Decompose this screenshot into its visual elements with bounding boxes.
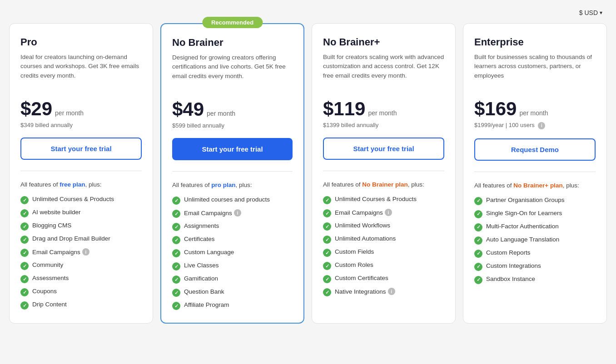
feature-text: Drag and Drop Email Builder — [32, 235, 110, 242]
feature-text: Drip Content — [32, 301, 67, 308]
plan-name-no-brainer: No Brainer — [172, 37, 293, 49]
check-icon — [323, 275, 331, 283]
check-icon — [172, 249, 180, 257]
feature-item: Blogging CMS — [20, 222, 142, 231]
feature-item: Drip Content — [20, 301, 142, 310]
feature-list-no-brainer: Unlimited courses and products Email Cam… — [172, 196, 293, 310]
cta-button-pro[interactable]: Start your free trial — [20, 138, 142, 160]
features-plan-link-no-brainer[interactable]: pro plan — [211, 182, 235, 188]
feature-text: Unlimited Courses & Products — [32, 196, 114, 202]
check-icon — [172, 223, 180, 231]
feature-item: Assignments — [172, 222, 293, 231]
check-icon — [323, 249, 331, 257]
feature-text: Custom Roles — [335, 261, 373, 268]
feature-item: Community — [20, 261, 142, 270]
check-icon — [474, 250, 482, 258]
price-period-pro: per month — [55, 109, 84, 117]
feature-item: Custom Language — [172, 249, 293, 257]
feature-info-icon[interactable]: i — [234, 209, 241, 216]
recommended-badge: Recommended — [202, 17, 263, 28]
plan-price-no-brainer-plus: $119 per month — [323, 98, 444, 120]
price-amount-no-brainer: $49 — [172, 98, 204, 120]
feature-item: Sandbox Instance — [474, 275, 596, 284]
price-period-enterprise: per month — [519, 109, 548, 117]
features-header-pro: All features of free plan, plus: — [20, 180, 142, 189]
cta-button-enterprise[interactable]: Request Demo — [474, 138, 596, 161]
feature-item: Custom Roles — [323, 261, 444, 270]
plan-card-no-brainer: RecommendedNo BrainerDesigned for growin… — [160, 23, 304, 324]
feature-item: Unlimited Workflows — [323, 222, 444, 231]
plan-desc-no-brainer-plus: Built for creators scaling work with adv… — [323, 53, 444, 89]
feature-text: Unlimited Automations — [335, 235, 396, 242]
plan-desc-enterprise: Built for businesses scaling to thousand… — [474, 53, 596, 89]
plan-price-pro: $29 per month — [20, 98, 142, 120]
feature-item: Assessments — [20, 275, 142, 283]
price-annual-no-brainer: $599 billed annually — [172, 122, 293, 129]
feature-text: Blogging CMS — [32, 222, 71, 229]
features-header-no-brainer: All features of pro plan, plus: — [172, 181, 293, 190]
annual-info-icon[interactable]: i — [538, 122, 545, 129]
features-plan-link-no-brainer-plus[interactable]: No Brainer plan — [362, 181, 408, 188]
feature-item: Affiliate Program — [172, 301, 293, 310]
divider-no-brainer-plus — [323, 171, 444, 171]
features-plan-link-enterprise[interactable]: No Brainer+ plan — [513, 182, 562, 189]
features-header-enterprise: All features of No Brainer+ plan, plus: — [474, 181, 596, 190]
feature-item: Custom Integrations — [474, 262, 596, 271]
feature-info-icon[interactable]: i — [388, 288, 395, 295]
feature-text: Live Classes — [184, 262, 219, 269]
cta-button-no-brainer[interactable]: Start your free trial — [172, 138, 293, 160]
check-icon — [323, 288, 331, 296]
price-amount-no-brainer-plus: $119 — [323, 98, 365, 120]
feature-text: Custom Certificates — [335, 275, 388, 281]
feature-text: Custom Reports — [486, 249, 531, 256]
feature-text: Sandbox Instance — [486, 275, 535, 282]
feature-item: Single Sign-On for Learners — [474, 210, 596, 218]
check-icon — [20, 209, 29, 217]
feature-item: AI website builder — [20, 209, 142, 217]
currency-selector[interactable]: $ USD ▾ — [579, 9, 602, 16]
divider-no-brainer — [172, 171, 293, 172]
feature-text: Email Campaigns i — [184, 209, 241, 216]
feature-list-no-brainer-plus: Unlimited Courses & Products Email Campa… — [323, 196, 444, 296]
feature-text: Coupons — [32, 288, 57, 295]
feature-info-icon[interactable]: i — [82, 248, 89, 256]
divider-enterprise — [474, 172, 596, 172]
feature-info-icon[interactable]: i — [385, 209, 392, 216]
check-icon — [323, 222, 331, 231]
cta-button-no-brainer-plus[interactable]: Start your free trial — [323, 138, 444, 160]
check-icon — [323, 236, 331, 244]
feature-text: AI website builder — [32, 209, 81, 216]
feature-item: Unlimited Automations — [323, 235, 444, 244]
feature-item: Certificates — [172, 236, 293, 244]
feature-text: Affiliate Program — [184, 301, 229, 308]
feature-text: Certificates — [184, 236, 215, 242]
feature-item: Custom Reports — [474, 249, 596, 258]
plan-desc-no-brainer: Designed for growing creators offering c… — [172, 53, 293, 89]
check-icon — [20, 275, 29, 283]
check-icon — [20, 249, 29, 257]
feature-item: Native Integrations i — [323, 288, 444, 296]
price-amount-pro: $29 — [20, 98, 52, 120]
plan-card-enterprise: EnterpriseBuilt for businesses scaling t… — [463, 23, 607, 324]
feature-item: Unlimited courses and products — [172, 196, 293, 205]
price-annual-no-brainer-plus: $1399 billed annually — [323, 122, 444, 128]
features-plan-link-pro[interactable]: free plan — [60, 181, 85, 188]
check-icon — [323, 196, 331, 204]
feature-text: Custom Language — [184, 249, 234, 256]
check-icon — [172, 289, 180, 297]
plan-price-enterprise: $169 per month — [474, 98, 596, 120]
plan-name-pro: Pro — [20, 36, 142, 48]
feature-item: Custom Certificates — [323, 275, 444, 283]
feature-text: Email Campaigns i — [335, 209, 392, 216]
feature-item: Email Campaigns i — [323, 209, 444, 217]
check-icon — [474, 197, 482, 205]
plan-name-no-brainer-plus: No Brainer+ — [323, 36, 444, 48]
check-icon — [20, 301, 29, 310]
price-amount-enterprise: $169 — [474, 98, 517, 120]
features-header-no-brainer-plus: All features of No Brainer plan, plus: — [323, 180, 444, 189]
feature-text: Single Sign-On for Learners — [486, 210, 562, 216]
check-icon — [474, 236, 482, 245]
feature-list-enterprise: Partner Organisation Groups Single Sign-… — [474, 197, 596, 284]
feature-item: Auto Language Translation — [474, 236, 596, 245]
feature-item: Email Campaigns i — [20, 248, 142, 257]
